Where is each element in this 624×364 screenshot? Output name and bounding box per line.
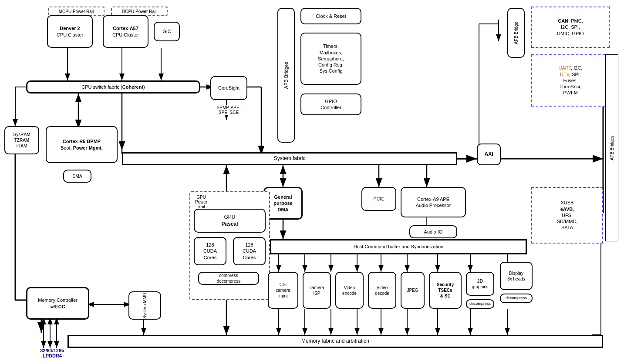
decompress-2d-block: decompress: [466, 299, 494, 309]
gpio-ctrl-block: GPIOController: [300, 94, 361, 115]
xusb-group: XUSBeAVB,UFS,SD/MMC,SATA: [531, 187, 603, 244]
gic-block: GIC: [154, 22, 180, 41]
coresight-sub-label: BPMP, APE,SPE, SCE: [209, 105, 248, 115]
system-mmu-block: System MMU: [128, 291, 161, 320]
apb-bridge-right: APB Bridge: [507, 8, 525, 58]
block-diagram: MCPU Power Rail BCPU Power Rail Denver 2…: [0, 0, 624, 364]
video-decode-block: Videodecode: [368, 272, 396, 309]
compress-block: compressdecompress: [198, 272, 259, 285]
gpu-pascal-block: GPUPascal: [194, 209, 266, 233]
cortex-a9-block: Cortex-A9 APEAudio Processor: [401, 187, 466, 217]
host-cmd-block: Host Command buffer and Synchonization: [270, 239, 527, 254]
camera-isp-block: cameraISP: [303, 272, 331, 309]
system-fabric: System fabric: [122, 152, 457, 165]
cuda2-block: 128CUDACores: [233, 237, 266, 265]
cuda1-block: 128CUDACores: [194, 237, 226, 265]
timers-block: Timers,Mailboxes,Semaphore,Config Reg,Sy…: [300, 33, 361, 85]
decompress-disp-block: decompress: [500, 294, 533, 303]
apb-bridges-top: APB Bridges: [277, 8, 295, 143]
bcpu-power-rail: BCPU Power Rail: [111, 7, 168, 16]
axi-block: AXI: [477, 144, 501, 165]
memory-fabric: Memory fabric and arbitration: [67, 335, 603, 348]
mcpu-power-rail: MCPU Power Rail: [48, 7, 105, 16]
video-encode-block: Videoencode: [335, 272, 364, 309]
jpeg-block: JPEG: [401, 272, 425, 309]
csi-block: CSIcamerainput: [268, 272, 298, 309]
denver2-block: Denver 2CPU Cluster: [47, 15, 93, 48]
apb-bridges-right: APB Bridges: [605, 54, 618, 241]
security-block: SecurityTSECs& SE: [429, 272, 462, 309]
coresight-block: CoreSight: [210, 76, 247, 100]
cortex-a57-block: Cortex-A57CPU Cluster: [103, 15, 148, 48]
cpu-switch-fabric: CPU switch fabric (Coherent): [26, 80, 200, 94]
pcie-block: PCIE: [361, 187, 396, 211]
gpu-power-label: GPUPowerRail: [195, 195, 207, 209]
cortex-r5-block: Cortex-R5 BPMPBoot, Power Mgmt.: [46, 126, 118, 163]
sysram-block: SysRAMTZRAMiRAM: [4, 126, 39, 154]
clock-reset-block: Clock & Reset: [300, 8, 361, 24]
display-block: Display3x heads: [500, 262, 533, 290]
dma-r5-block: DMA: [63, 170, 91, 183]
memory-ctrl-block: Memory Controllerw/ECC: [26, 287, 89, 320]
can-group: CAN, PMC,I2C, SPI,DMIC, GPIO: [531, 7, 610, 48]
uart-group: UART, I2C,DTV, SPI,Fuses,ThrmSnsr,PWFM: [531, 54, 610, 107]
graphics-2d-block: 2Dgraphics: [466, 272, 494, 296]
audio-io-block: Audio IO: [409, 225, 457, 238]
lpddr4-label: 32/64/128bLPDDR4: [30, 348, 74, 358]
